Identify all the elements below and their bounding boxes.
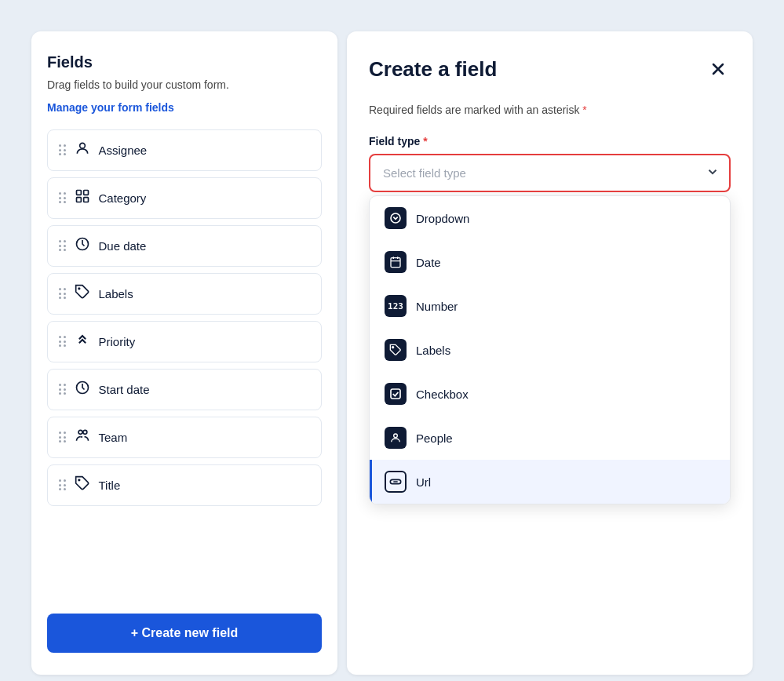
field-item-priority[interactable]: Priority: [47, 321, 322, 362]
close-button[interactable]: [706, 56, 731, 82]
field-type-dropdown: Dropdown Date 123 Number Labels: [369, 195, 731, 504]
dropdown-type-icon: [385, 207, 407, 229]
assignee-icon: [74, 140, 91, 160]
labels-option-label: Labels: [416, 344, 450, 357]
dropdown-option-url[interactable]: Url: [370, 460, 730, 504]
svg-rect-4: [83, 197, 88, 202]
category-label: Category: [99, 191, 147, 205]
right-panel: Create a field Required fields are marke…: [347, 31, 753, 675]
labels-label: Labels: [99, 287, 133, 300]
people-type-icon: [385, 427, 407, 449]
title-label: Title: [99, 479, 121, 492]
dropdown-option-dropdown[interactable]: Dropdown: [370, 196, 730, 240]
drag-handle: [59, 336, 66, 347]
people-option-label: People: [416, 432, 453, 445]
labels-icon: [74, 284, 91, 304]
field-type-select-wrapper: Select field type: [369, 154, 731, 192]
team-label: Team: [99, 431, 128, 444]
svg-point-8: [78, 430, 82, 434]
svg-rect-2: [83, 190, 88, 195]
due-date-label: Due date: [99, 239, 147, 253]
field-item-title[interactable]: Title: [47, 464, 322, 506]
drag-handle: [59, 384, 66, 395]
fields-description: Drag fields to build your custom form.: [47, 78, 322, 93]
svg-point-13: [391, 213, 400, 223]
manage-fields-link[interactable]: Manage your form fields: [47, 101, 322, 114]
checkbox-type-icon: [385, 383, 407, 405]
url-option-label: Url: [416, 475, 431, 489]
field-item-assignee[interactable]: Assignee: [47, 129, 322, 171]
drag-handle: [59, 432, 66, 442]
svg-point-0: [79, 143, 85, 148]
svg-point-6: [78, 288, 80, 290]
left-panel: Fields Drag fields to build your custom …: [31, 31, 337, 675]
svg-point-10: [78, 479, 80, 481]
due-date-icon: [74, 236, 91, 256]
svg-rect-19: [391, 389, 400, 399]
date-option-label: Date: [416, 256, 441, 269]
drag-handle: [59, 479, 66, 490]
title-icon: [74, 475, 91, 495]
svg-rect-3: [76, 197, 81, 202]
svg-rect-14: [391, 258, 400, 268]
labels-type-icon: [385, 339, 407, 361]
svg-point-9: [82, 430, 86, 434]
svg-point-18: [392, 347, 394, 348]
number-option-label: Number: [416, 300, 458, 313]
date-type-icon: [385, 251, 407, 273]
category-icon: [74, 188, 91, 208]
priority-label: Priority: [99, 335, 136, 348]
svg-rect-1: [76, 190, 81, 195]
drag-handle: [59, 144, 66, 155]
field-item-category[interactable]: Category: [47, 177, 322, 219]
field-type-select[interactable]: Select field type: [369, 154, 731, 192]
dropdown-option-label: Dropdown: [416, 212, 469, 225]
field-list: Assignee Category: [47, 129, 322, 595]
required-fields-note: Required fields are marked with an aster…: [369, 104, 731, 116]
priority-icon: [74, 332, 91, 351]
create-field-title: Create a field: [369, 57, 497, 82]
assignee-label: Assignee: [99, 144, 148, 157]
url-type-icon: [385, 471, 407, 493]
dropdown-option-number[interactable]: 123 Number: [370, 284, 730, 328]
field-item-due-date[interactable]: Due date: [47, 225, 322, 267]
start-date-label: Start date: [99, 383, 150, 396]
team-icon: [74, 428, 91, 447]
number-type-icon: 123: [385, 295, 407, 317]
dropdown-option-labels[interactable]: Labels: [370, 328, 730, 372]
right-panel-header: Create a field: [369, 56, 731, 82]
start-date-icon: [74, 380, 91, 399]
drag-handle: [59, 240, 66, 251]
dropdown-option-checkbox[interactable]: Checkbox: [370, 372, 730, 416]
drag-handle: [59, 192, 66, 203]
field-type-label: Field type *: [369, 135, 731, 147]
svg-point-20: [394, 434, 398, 438]
field-item-labels[interactable]: Labels: [47, 273, 322, 315]
dropdown-option-people[interactable]: People: [370, 416, 730, 460]
drag-handle: [59, 288, 66, 299]
checkbox-option-label: Checkbox: [416, 388, 469, 401]
create-new-field-button[interactable]: + Create new field: [47, 614, 322, 653]
field-item-team[interactable]: Team: [47, 417, 322, 458]
field-item-start-date[interactable]: Start date: [47, 369, 322, 410]
main-container: Fields Drag fields to build your custom …: [16, 16, 768, 681]
dropdown-option-date[interactable]: Date: [370, 240, 730, 284]
fields-title: Fields: [47, 53, 322, 71]
